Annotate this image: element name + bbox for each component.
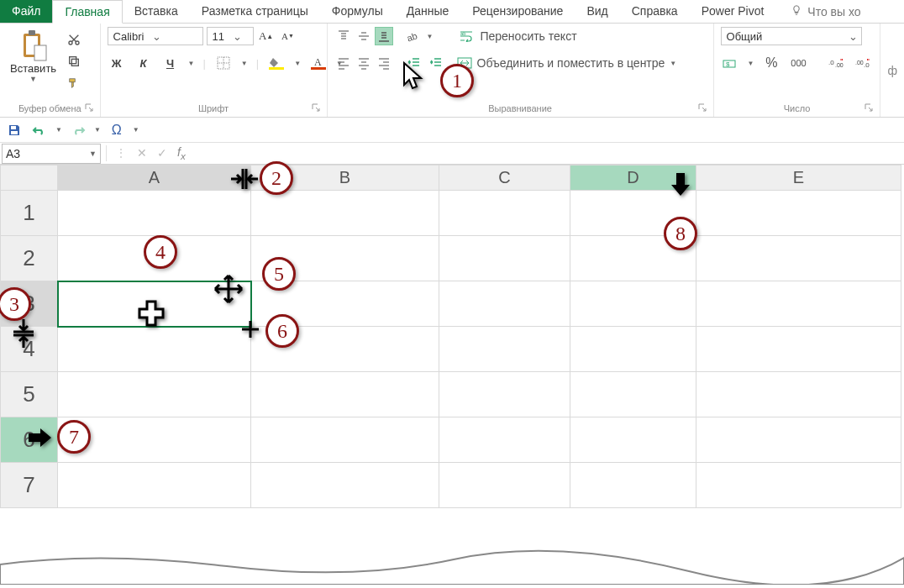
cell-a3[interactable] [58, 281, 251, 327]
grid[interactable]: A B C D E 1 2 3 4 5 6 7 [0, 165, 901, 508]
increase-indent-icon[interactable] [427, 54, 445, 72]
fill-color-icon[interactable] [267, 54, 286, 72]
align-bottom-icon[interactable] [375, 27, 393, 45]
col-header-a[interactable]: A [58, 165, 251, 191]
row-header-5[interactable]: 5 [1, 372, 58, 417]
redo-icon[interactable] [69, 121, 87, 139]
align-center-icon[interactable] [355, 54, 373, 72]
row-header-2[interactable]: 2 [1, 236, 58, 281]
fx-icon[interactable]: fx [177, 145, 186, 161]
align-middle-icon[interactable] [355, 27, 373, 45]
chevron-down-icon[interactable]: ▼ [294, 60, 301, 67]
cell[interactable] [570, 372, 696, 417]
cell[interactable] [696, 327, 901, 372]
col-header-b[interactable]: B [251, 165, 439, 191]
chevron-down-icon[interactable]: ⌄ [149, 30, 164, 43]
tab-home[interactable]: Главная [52, 0, 122, 24]
alignment-dialog-icon[interactable] [698, 103, 707, 113]
col-header-d[interactable]: D [570, 165, 696, 191]
cell[interactable] [251, 327, 439, 372]
font-name-combo[interactable]: Calibri ⌄ [108, 27, 203, 45]
copy-icon[interactable] [65, 52, 83, 71]
cell[interactable] [570, 327, 696, 372]
cell[interactable] [696, 236, 901, 281]
tab-formulas[interactable]: Формулы [320, 0, 395, 23]
tab-tellme[interactable]: Что вы хо [779, 0, 872, 23]
cell[interactable] [439, 463, 570, 508]
cell[interactable] [58, 417, 251, 463]
clipboard-dialog-icon[interactable] [85, 103, 93, 113]
tab-review[interactable]: Рецензирование [460, 0, 575, 23]
chevron-down-icon[interactable]: ▼ [670, 60, 676, 67]
accounting-format-icon[interactable]: $ [721, 54, 739, 72]
cell[interactable] [251, 372, 439, 417]
row-header-6[interactable]: 6 [1, 417, 58, 463]
cell[interactable] [696, 191, 901, 236]
chevron-down-icon[interactable]: ▼ [94, 126, 101, 134]
font-dialog-icon[interactable] [312, 103, 320, 113]
cell[interactable] [58, 327, 251, 372]
percent-icon[interactable]: % [762, 54, 780, 72]
chevron-down-icon[interactable]: ▼ [29, 75, 37, 83]
chevron-down-icon[interactable]: ▼ [133, 126, 139, 134]
undo-icon[interactable] [30, 121, 49, 139]
cell[interactable] [570, 417, 696, 463]
dots-icon[interactable]: ⋮ [115, 146, 127, 160]
cell[interactable] [696, 463, 901, 508]
row-header-4[interactable]: 4 [1, 327, 58, 372]
select-all-corner[interactable] [1, 165, 58, 191]
chevron-down-icon[interactable]: ▼ [241, 60, 248, 67]
tab-data[interactable]: Данные [395, 0, 461, 23]
cell[interactable] [58, 236, 251, 281]
format-painter-icon[interactable] [65, 74, 83, 92]
cut-icon[interactable] [65, 30, 83, 49]
cell[interactable] [439, 372, 570, 417]
row-header-7[interactable]: 7 [1, 463, 58, 508]
decrease-decimal-icon[interactable]: .00.0 [854, 54, 873, 72]
cell[interactable] [251, 463, 439, 508]
col-header-c[interactable]: C [439, 165, 570, 191]
cell[interactable] [251, 191, 439, 236]
cell[interactable] [439, 281, 570, 327]
number-format-combo[interactable]: Общий ⌄ [721, 27, 862, 45]
row-header-3[interactable]: 3 [1, 281, 58, 327]
cell[interactable] [58, 191, 251, 236]
cell[interactable] [696, 281, 901, 327]
cell[interactable] [570, 236, 696, 281]
chevron-down-icon[interactable]: ▼ [427, 33, 434, 40]
cell[interactable] [439, 236, 570, 281]
cell[interactable] [251, 236, 439, 281]
cell[interactable] [58, 463, 251, 508]
decrease-indent-icon[interactable] [405, 54, 423, 72]
merge-center-button[interactable]: Объединить и поместить в центре ▼ [457, 56, 677, 70]
chevron-down-icon[interactable]: ▼ [55, 126, 62, 134]
cancel-formula-icon[interactable]: ✕ [137, 146, 147, 160]
font-size-combo[interactable]: 11 ⌄ [207, 27, 254, 45]
tab-powerpivot[interactable]: Power Pivot [690, 0, 776, 23]
paste-button[interactable]: Вставить ▼ [7, 27, 60, 85]
chevron-down-icon[interactable]: ▼ [748, 60, 754, 67]
italic-button[interactable]: К [134, 54, 153, 72]
tab-page-layout[interactable]: Разметка страницы [190, 0, 320, 23]
enter-formula-icon[interactable]: ✓ [157, 146, 167, 160]
cell[interactable] [570, 463, 696, 508]
cell[interactable] [58, 372, 251, 417]
orientation-icon[interactable]: ab [405, 27, 423, 45]
bold-button[interactable]: Ж [108, 54, 126, 72]
cell[interactable] [439, 417, 570, 463]
cell[interactable] [251, 281, 439, 327]
formula-input[interactable] [194, 144, 904, 164]
cell[interactable] [439, 327, 570, 372]
omega-icon[interactable]: Ω [108, 121, 126, 139]
increase-decimal-icon[interactable]: .0.00 [828, 54, 846, 72]
borders-icon[interactable] [214, 54, 233, 72]
cell[interactable] [696, 417, 901, 463]
tab-help[interactable]: Справка [620, 0, 690, 23]
save-icon[interactable] [5, 121, 24, 139]
chevron-down-icon[interactable]: ▼ [188, 60, 195, 67]
name-box[interactable]: A3 ▼ [2, 144, 101, 164]
cell[interactable] [251, 417, 439, 463]
font-color-icon[interactable]: A [309, 54, 328, 72]
col-header-e[interactable]: E [696, 165, 901, 191]
tab-file[interactable]: Файл [0, 0, 52, 23]
